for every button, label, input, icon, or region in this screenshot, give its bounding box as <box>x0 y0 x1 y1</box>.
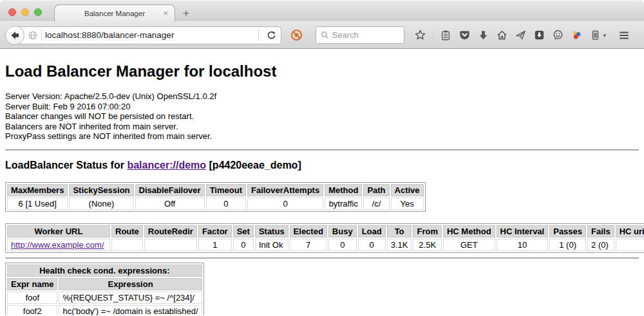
health-table-title: Health check cond. expressions: <box>7 265 202 277</box>
home-button[interactable] <box>495 28 509 42</box>
cell-busy: 0 <box>328 239 357 251</box>
page-content: Load Balancer Manager for localhost Serv… <box>0 49 644 315</box>
download-arrow-icon <box>477 29 489 41</box>
col-expression: Expression <box>59 278 202 290</box>
balancer-demo-link[interactable]: balancer://demo <box>127 160 206 171</box>
status-heading-suffix: [p4420eeae_demo] <box>206 160 301 171</box>
cell-set: 0 <box>233 239 254 251</box>
pocket-icon <box>459 29 471 41</box>
col-hc-uri: HC uri <box>616 225 644 237</box>
minimize-window-button[interactable] <box>21 8 29 16</box>
cell-to: 3.1K <box>387 239 412 251</box>
url-bar[interactable]: localhost:8880/balancer-manager <box>14 26 281 44</box>
col-set: Set <box>233 225 254 237</box>
download-helper-button[interactable] <box>532 28 546 42</box>
tab-title: Balancer Manager <box>84 10 145 17</box>
col-stickysession: StickySession <box>69 184 133 196</box>
cell-hc-interval: 10 <box>497 239 549 251</box>
menu-button[interactable] <box>617 28 631 42</box>
col-status: Status <box>255 225 289 237</box>
col-to: To <box>387 225 412 237</box>
navigation-toolbar: localhost:8880/balancer-manager <box>0 21 644 49</box>
table-row: foof2 hc('body') =~ /domain is establish… <box>7 305 202 316</box>
search-bar[interactable] <box>316 26 404 44</box>
cell-disablefailover: Off <box>135 198 205 210</box>
traffic-lights <box>8 8 42 16</box>
server-version-line: Server Version: Apache/2.5.0-dev (Unix) … <box>5 91 639 102</box>
balancer-persist-note: Balancer changes will NOT be persisted o… <box>5 111 639 122</box>
table-row: 6 [1 Used] (None) Off 0 0 bytraffic /c/ … <box>7 198 424 210</box>
toolbar-separator <box>636 30 637 41</box>
back-arrow-icon <box>8 29 21 42</box>
browser-window: Balancer Manager × + localhost:8880/bala… <box>0 0 644 316</box>
table-header-row: Worker URL Route RouteRedir Factor Set S… <box>7 225 644 237</box>
smiley-bubble-icon <box>552 29 564 41</box>
reload-button[interactable] <box>265 28 279 42</box>
col-hc-method: HC Method <box>443 225 495 237</box>
bookmark-star-button[interactable] <box>413 28 427 42</box>
table-header-row: Expr name Expression <box>7 278 202 290</box>
cell-status: Init Ok <box>255 239 289 251</box>
emoji-addon-button[interactable] <box>551 28 565 42</box>
home-icon <box>496 29 508 41</box>
tab-balancer-manager[interactable]: Balancer Manager × <box>54 5 175 22</box>
col-maxmembers: MaxMembers <box>7 184 68 196</box>
cell-expression: %{REQUEST_STATUS} =~ /^[234]/ <box>59 292 202 304</box>
search-input[interactable] <box>332 30 400 40</box>
col-method: Method <box>325 184 362 196</box>
cell-expr-name: foof2 <box>7 305 57 316</box>
reading-list-button[interactable] <box>439 28 453 42</box>
col-route: Route <box>111 225 143 237</box>
new-tab-button[interactable]: + <box>183 7 189 20</box>
col-timeout: Timeout <box>206 184 246 196</box>
url-text[interactable]: localhost:8880/balancer-manager <box>45 30 174 40</box>
cell-load: 0 <box>358 239 386 251</box>
cell-routeredir <box>144 239 197 251</box>
col-load: Load <box>358 225 386 237</box>
video-helper-button[interactable] <box>569 28 583 42</box>
downloads-button[interactable] <box>476 28 490 42</box>
tab-close-icon[interactable]: × <box>163 8 168 19</box>
zoom-window-button[interactable] <box>34 8 42 16</box>
cell-failoverattempts: 0 <box>247 198 323 210</box>
toolbar-icon-row: ▾ <box>411 28 644 42</box>
cell-path: /c/ <box>363 198 389 210</box>
balancer-inherit-note: Balancers are NOT inherited from main se… <box>5 122 639 132</box>
worker-url-link[interactable]: http://www.example.com/ <box>11 240 104 250</box>
col-elected: Elected <box>290 225 327 237</box>
table-row: http://www.example.com/ 1 0 Init Ok 7 0 … <box>7 239 644 251</box>
col-expr-name: Expr name <box>7 278 57 290</box>
col-routeredir: RouteRedir <box>144 225 197 237</box>
cell-passes: 1 (0) <box>549 239 586 251</box>
col-factor: Factor <box>198 225 232 237</box>
back-button[interactable] <box>5 26 24 45</box>
balancer-summary-table: MaxMembers StickySession DisableFailover… <box>5 182 426 212</box>
cell-from: 2.5K <box>413 239 442 251</box>
loadbalancer-status-heading: LoadBalancer Status for balancer://demo … <box>5 160 639 171</box>
close-window-button[interactable] <box>8 8 16 16</box>
server-info: Server Version: Apache/2.5.0-dev (Unix) … <box>5 91 639 142</box>
pocket-button[interactable] <box>457 28 471 42</box>
table-row: foof %{REQUEST_STATUS} =~ /^[234]/ <box>7 292 202 304</box>
col-fails: Fails <box>587 225 614 237</box>
cell-route <box>111 239 143 251</box>
toolbar-separator <box>611 30 611 41</box>
page-title: Load Balancer Manager for localhost <box>5 62 639 80</box>
cell-timeout: 0 <box>206 198 246 210</box>
health-check-table: Health check cond. expressions: Expr nam… <box>5 263 204 316</box>
site-identity-globe-icon[interactable] <box>28 30 38 41</box>
cell-fails: 2 (0) <box>587 239 614 251</box>
chevron-down-icon[interactable]: ▾ <box>603 32 607 39</box>
divider <box>5 257 639 259</box>
send-tab-button[interactable] <box>513 28 527 42</box>
col-worker-url: Worker URL <box>7 225 110 237</box>
col-path: Path <box>363 184 389 196</box>
flash-blocker-button[interactable] <box>289 28 303 42</box>
hamburger-icon <box>618 29 630 42</box>
battery-addon-button[interactable] <box>588 28 602 42</box>
cell-worker-url: http://www.example.com/ <box>7 239 110 251</box>
urlbar-separator <box>41 30 42 41</box>
blocked-content-icon <box>290 28 303 42</box>
worker-table: Worker URL Route RouteRedir Factor Set S… <box>5 223 644 253</box>
cell-maxmembers: 6 [1 Used] <box>7 198 68 210</box>
